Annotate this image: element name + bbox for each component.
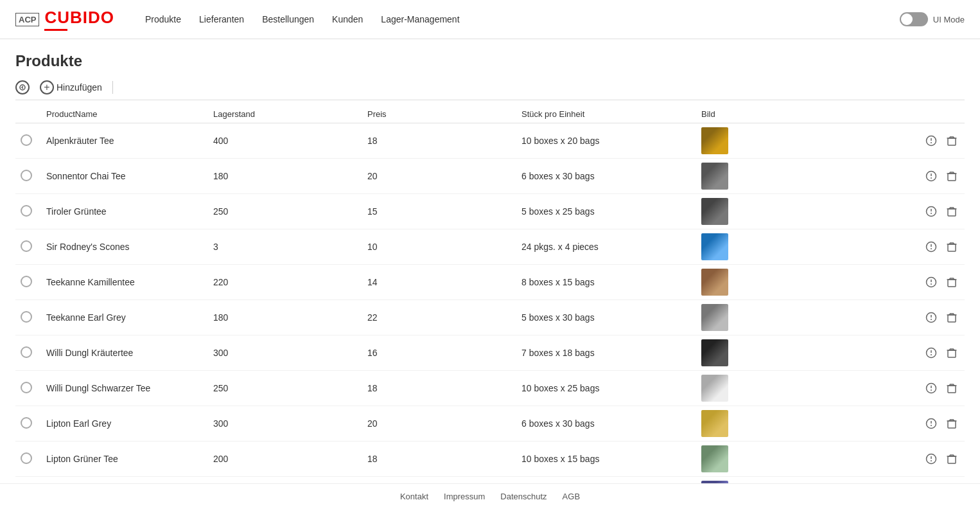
edit-icon-7[interactable] (923, 380, 939, 396)
back-button[interactable] (15, 80, 30, 94)
row-name-7: Willi Dungl Schwarzer Tee (41, 371, 208, 406)
svg-rect-4 (948, 138, 956, 145)
product-image-4 (701, 269, 728, 296)
row-name-6: Willi Dungl Kräutertee (41, 335, 208, 371)
row-unit-2: 5 boxes x 25 bags (516, 194, 696, 229)
row-radio-8[interactable] (21, 417, 32, 429)
svg-rect-20 (948, 209, 956, 216)
nav-bestellungen[interactable]: Bestellungen (262, 14, 314, 24)
edit-icon-8[interactable] (923, 416, 939, 431)
delete-icon-1[interactable] (944, 168, 959, 184)
row-select-cell (15, 123, 41, 159)
toolbar-divider (112, 81, 113, 94)
delete-icon-2[interactable] (944, 204, 959, 219)
svg-point-27 (931, 248, 932, 249)
delete-icon-4[interactable] (944, 274, 959, 290)
nav-produkte[interactable]: Produkte (145, 14, 181, 24)
row-price-8: 20 (362, 406, 516, 442)
svg-point-35 (931, 283, 932, 285)
nav-kunden[interactable]: Kunden (332, 14, 363, 24)
ui-mode-toggle[interactable] (900, 12, 928, 26)
svg-point-3 (931, 142, 932, 143)
footer-agb[interactable]: AGB (563, 492, 580, 501)
row-image-5 (696, 300, 760, 335)
footer-impressum[interactable]: Impressum (444, 492, 485, 501)
row-select-cell (15, 300, 41, 335)
row-name-0: Alpenkräuter Tee (41, 123, 208, 159)
header: ACP CUBIDO Produkte Lieferanten Bestellu… (0, 0, 980, 39)
col-header-stock: Lagerstand (208, 105, 362, 123)
ui-mode-label: UI Mode (933, 15, 965, 24)
row-image-4 (696, 265, 760, 300)
footer-datenschutz[interactable]: Datenschutz (500, 492, 547, 501)
row-select-cell (15, 371, 41, 406)
row-radio-2[interactable] (21, 205, 32, 217)
delete-icon-8[interactable] (944, 416, 959, 431)
row-radio-4[interactable] (21, 276, 32, 287)
delete-icon-6[interactable] (944, 345, 959, 361)
row-radio-6[interactable] (21, 346, 32, 358)
col-header-price: Preis (362, 105, 516, 123)
row-unit-1: 6 boxes x 30 bags (516, 159, 696, 194)
table-row: Alpenkräuter Tee 400 18 10 boxes x 20 ba… (15, 123, 965, 159)
product-image-7 (701, 375, 728, 402)
row-radio-3[interactable] (21, 240, 32, 252)
row-radio-0[interactable] (21, 134, 32, 146)
action-area-5 (766, 310, 959, 325)
row-image-8 (696, 406, 760, 442)
row-radio-9[interactable] (21, 452, 32, 464)
row-price-9: 18 (362, 442, 516, 477)
product-image-8 (701, 410, 728, 437)
delete-icon-0[interactable] (944, 133, 959, 148)
add-button[interactable]: + Hinzufügen (40, 80, 102, 94)
row-price-0: 18 (362, 123, 516, 159)
nav-lieferanten[interactable]: Lieferanten (199, 14, 244, 24)
product-image-3 (701, 233, 728, 260)
delete-icon-3[interactable] (944, 239, 959, 254)
edit-icon-3[interactable] (923, 239, 939, 254)
edit-icon-9[interactable] (923, 451, 939, 467)
table-row: Lipton Grüner Tee 200 18 10 boxes x 15 b… (15, 442, 965, 477)
delete-icon-7[interactable] (944, 380, 959, 396)
action-area-9 (766, 451, 959, 467)
row-name-2: Tiroler Grüntee (41, 194, 208, 229)
row-actions-3 (760, 229, 965, 265)
products-table: ProductName Lagerstand Preis Stück pro E… (15, 105, 965, 509)
delete-icon-9[interactable] (944, 451, 959, 467)
footer-kontakt[interactable]: Kontakt (400, 492, 428, 501)
svg-point-59 (931, 389, 932, 391)
row-price-5: 22 (362, 300, 516, 335)
nav-lager[interactable]: Lager-Management (381, 14, 459, 24)
row-name-9: Lipton Grüner Tee (41, 442, 208, 477)
action-area-2 (766, 204, 959, 219)
row-radio-5[interactable] (21, 311, 32, 323)
delete-icon-5[interactable] (944, 310, 959, 325)
edit-icon-6[interactable] (923, 345, 939, 361)
edit-icon-1[interactable] (923, 168, 939, 184)
row-actions-7 (760, 371, 965, 406)
svg-rect-36 (948, 280, 956, 287)
svg-rect-68 (948, 421, 956, 428)
row-image-0 (696, 123, 760, 159)
table-row: Sonnentor Chai Tee 180 20 6 boxes x 30 b… (15, 159, 965, 194)
edit-icon-0[interactable] (923, 133, 939, 148)
row-select-cell (15, 229, 41, 265)
row-actions-9 (760, 442, 965, 477)
row-name-8: Lipton Earl Grey (41, 406, 208, 442)
row-image-6 (696, 335, 760, 371)
edit-icon-5[interactable] (923, 310, 939, 325)
product-image-9 (701, 445, 728, 472)
row-stock-1: 180 (208, 159, 362, 194)
svg-point-19 (931, 213, 932, 214)
back-icon (19, 84, 26, 91)
edit-icon-4[interactable] (923, 274, 939, 290)
row-actions-4 (760, 265, 965, 300)
row-unit-3: 24 pkgs. x 4 pieces (516, 229, 696, 265)
action-area-7 (766, 380, 959, 396)
row-image-2 (696, 194, 760, 229)
row-radio-1[interactable] (21, 170, 32, 181)
product-image-0 (701, 127, 728, 154)
edit-icon-2[interactable] (923, 204, 939, 219)
svg-rect-76 (948, 456, 956, 463)
row-radio-7[interactable] (21, 382, 32, 393)
